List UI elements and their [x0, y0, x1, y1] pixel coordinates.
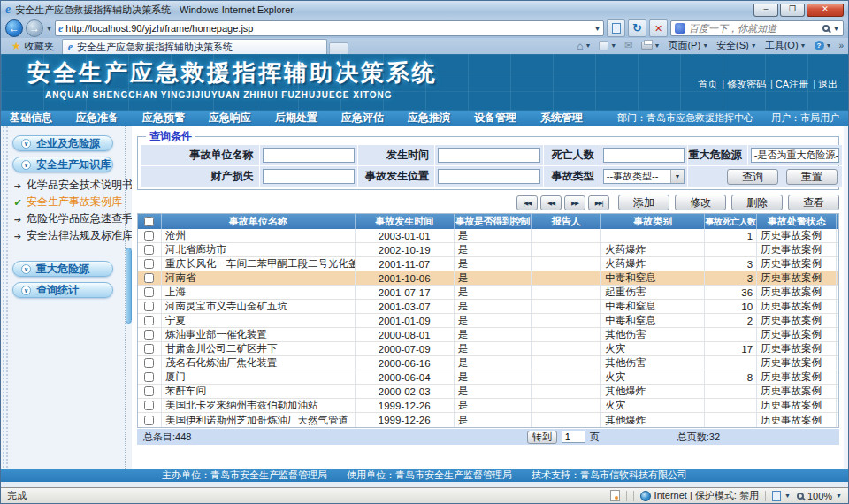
column-header[interactable]: 事故发生时间 [356, 214, 455, 229]
location-input[interactable] [438, 169, 540, 184]
table-row[interactable]: 茂名石化炼油厂焦化装置 2000-06-16 是 其他伤害 历史事故案例 [138, 356, 838, 370]
stop-button[interactable]: ✕ [649, 19, 668, 37]
table-row[interactable]: 上海 2001-07-17 是 起重伤害 36 历史事故案例 [138, 286, 838, 300]
address-field[interactable]: e ▼ [55, 20, 604, 36]
splitter-handle[interactable] [126, 248, 132, 324]
nav-item[interactable]: 应急预警 [142, 111, 185, 126]
sidebar-group-button[interactable]: ∨ 企业及危险源 [12, 135, 113, 151]
history-dropdown-icon[interactable]: ▼ [46, 26, 52, 32]
help-menu[interactable]: ?▼ [812, 41, 835, 50]
nav-item[interactable]: 系统管理 [540, 111, 583, 126]
major-hazard-select[interactable]: -是否为重大危险源- ▼ [751, 148, 839, 163]
column-header[interactable]: 事故单位名称 [162, 214, 356, 229]
table-row[interactable]: 重庆长风化一车间二苯甲酮工段二号光化釜 2001-11-07 是 火药爆炸 3 … [138, 257, 838, 271]
compatibility-status-button[interactable]: ▼ [772, 491, 791, 501]
deaths-input[interactable] [603, 148, 685, 163]
search-dropdown-icon[interactable]: ▼ [833, 26, 839, 32]
nav-item[interactable]: 后期处置 [275, 111, 317, 126]
row-checkbox[interactable] [144, 273, 154, 283]
sidebar-item[interactable]: 危险化学品应急速查手... [12, 211, 125, 226]
address-dropdown-icon[interactable]: ▼ [594, 26, 600, 32]
search-input[interactable] [689, 23, 819, 34]
row-checkbox[interactable] [144, 372, 154, 382]
view-button[interactable]: 查看 [788, 195, 839, 210]
occur-time-input[interactable] [438, 148, 540, 163]
column-header[interactable]: 报告人 [532, 214, 601, 229]
row-checkbox[interactable] [144, 287, 154, 297]
search-icon[interactable] [822, 25, 830, 32]
table-row[interactable]: 苯酐车间 2000-02-03 是 其他爆炸 历史事故案例 [138, 385, 838, 399]
table-row[interactable]: 美国伊利诺斯州芝加哥炼油厂天然气管道 1999-12-26 是 其他爆炸 历史事… [138, 413, 838, 427]
reset-button[interactable]: 重置 [786, 169, 838, 185]
row-checkbox[interactable] [144, 401, 154, 410]
sidebar-splitter[interactable] [125, 126, 132, 469]
chevron-more-icon[interactable]: » [837, 41, 845, 50]
compatibility-view-button[interactable] [607, 19, 625, 37]
mail-button[interactable]: ✉ [622, 41, 635, 50]
search-button[interactable]: 查询 [727, 169, 778, 185]
pager-button[interactable]: ▶▶ [564, 195, 585, 210]
table-row[interactable]: 美国北卡罗来纳州韦兹伯勒加油站 1999-12-26 是 火灾 历史事故案例 [138, 399, 838, 413]
table-row[interactable]: 甘肃金川公司二矿区井下 2000-07-09 是 火灾 17 历史事故案例 [138, 342, 838, 356]
print-button[interactable]: ▼ [639, 42, 663, 50]
sidebar-group-button[interactable]: ∨ 重大危险源 [12, 261, 113, 277]
table-row[interactable]: 河南灵宝市义寺山金矿五坑 2001-03-07 是 中毒和窒息 10 历史事故案… [138, 300, 838, 314]
nav-item[interactable]: 应急响应 [209, 111, 251, 126]
nav-item[interactable]: 基础信息 [10, 111, 52, 126]
delete-button[interactable]: 删除 [731, 195, 783, 210]
back-button[interactable]: ← [5, 19, 23, 37]
new-tab-button[interactable] [329, 42, 348, 54]
column-header[interactable]: 事故死亡人数 [705, 214, 757, 229]
edit-button[interactable]: 修改 [675, 195, 726, 210]
table-row[interactable]: 厦门 2000-06-04 是 火灾 8 历史事故案例 [138, 370, 838, 385]
row-checkbox[interactable] [144, 358, 154, 368]
accident-type-select[interactable]: --事故类型-- ▼ [603, 169, 685, 184]
row-checkbox[interactable] [144, 416, 154, 425]
favorites-button[interactable]: ★ 收藏夹 [4, 39, 62, 54]
sidebar-group-button[interactable]: ∨ 安全生产知识库 [12, 157, 113, 172]
column-header[interactable]: 事故是否得到控制 [455, 214, 532, 229]
nav-item[interactable]: 应急推演 [408, 111, 450, 126]
row-checkbox[interactable] [144, 344, 154, 354]
minimize-button[interactable]: – [753, 4, 778, 17]
table-row[interactable]: 炼油事业部一催化装置 2000-08-01 是 其他伤害 历史事故案例 [138, 328, 838, 342]
property-loss-input[interactable] [263, 169, 355, 184]
select-all-checkbox[interactable] [144, 217, 154, 226]
nav-item[interactable]: 应急评估 [341, 111, 384, 126]
sidebar-group-button[interactable]: ∨ 查询统计 [12, 282, 113, 298]
nav-item[interactable]: 设备管理 [474, 111, 516, 126]
unit-name-input[interactable] [263, 148, 355, 163]
row-checkbox[interactable] [144, 245, 154, 255]
maximize-button[interactable]: ❐ [780, 4, 805, 17]
table-row[interactable]: 河北省廊坊市 2002-10-19 是 火药爆炸 历史事故案例 [138, 243, 838, 257]
search-box[interactable]: ▼ [670, 20, 844, 36]
forward-button[interactable]: → [26, 19, 43, 37]
row-checkbox[interactable] [144, 231, 154, 241]
pager-button[interactable]: ▶▶| [588, 195, 609, 210]
top-link[interactable]: 修改密码 [717, 78, 766, 91]
home-button[interactable]: ⌂▼ [574, 41, 593, 51]
top-link[interactable]: 首页 [698, 78, 717, 91]
column-header[interactable]: 事故类别 [601, 214, 705, 229]
feeds-button[interactable]: ▼ [596, 41, 619, 50]
refresh-button[interactable]: ↻ [628, 19, 646, 37]
sidebar-item[interactable]: 安全生产事故案例库 [12, 195, 125, 210]
row-checkbox[interactable] [144, 386, 154, 396]
url-input[interactable] [65, 23, 592, 34]
close-button[interactable]: ✕ [807, 4, 844, 17]
top-link[interactable]: CA注册 [766, 78, 808, 91]
top-link[interactable]: 退出 [808, 78, 838, 91]
row-checkbox[interactable] [144, 259, 154, 269]
tools-menu[interactable]: 工具(O)▼ [762, 39, 809, 52]
zoom-control[interactable]: 100% ▼ [797, 491, 842, 501]
goto-page-button[interactable]: 转到 [527, 431, 557, 444]
sidebar-item[interactable]: 化学品安全技术说明书 [12, 178, 125, 193]
table-row[interactable]: 沧州 2003-01-01 是 1 历史事故案例 [138, 229, 838, 243]
page-number-input[interactable] [562, 431, 585, 443]
active-tab[interactable]: e 安全生产应急救援指挥辅助决策系统 [62, 39, 327, 54]
nav-item[interactable]: 应急准备 [76, 111, 119, 126]
column-header[interactable]: 事故处警状态 [757, 214, 837, 229]
table-row[interactable]: 河南省 2001-10-06 是 中毒和窒息 3 历史事故案例 [138, 271, 838, 286]
row-checkbox[interactable] [144, 316, 154, 325]
safety-menu[interactable]: 安全(S)▼ [714, 39, 760, 52]
